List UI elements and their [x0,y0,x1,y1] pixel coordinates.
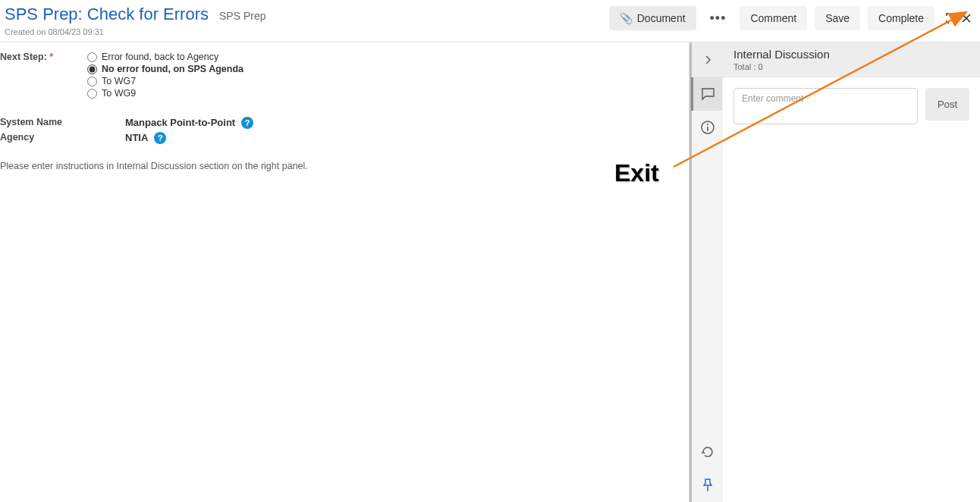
system-name-row: System Name Manpack Point-to-Point ? [0,115,689,130]
title-row: SPS Prep: Check for Errors SPS Prep [5,5,265,24]
more-actions-button[interactable]: ••• [704,8,733,30]
discussion-total: Total : 0 [733,62,969,71]
header-actions: 📎 Document ••• Comment Save Complete [609,5,972,30]
discussion-tab-icon[interactable] [691,77,722,111]
created-on-text: Created on 08/04/23 09:31 [5,27,265,36]
document-button-label: Document [637,12,686,24]
radio-wg9[interactable]: To WG9 [87,88,243,99]
paperclip-icon: 📎 [620,12,633,24]
agency-value: NTIA [125,132,148,143]
radio-error-found-input[interactable] [87,52,97,62]
radio-wg7[interactable]: To WG7 [87,76,243,86]
radio-wg7-label: To WG7 [102,76,136,86]
agency-label: Agency [0,132,125,143]
side-icon-bar [689,42,723,502]
header-bar: SPS Prep: Check for Errors SPS Prep Crea… [0,0,980,42]
agency-info-icon[interactable]: ? [154,132,166,144]
save-button[interactable]: Save [815,6,860,30]
main-area: Next Step: * Error found, back to Agency… [0,42,980,502]
page-subtitle: SPS Prep [219,10,265,22]
window-controls [945,12,972,24]
instructions-text: Please enter instructions in Internal Di… [0,161,689,171]
form-area: Next Step: * Error found, back to Agency… [0,42,689,502]
next-step-label: Next Step: * [0,52,87,62]
next-step-label-text: Next Step: [0,52,47,62]
side-panel: Internal Discussion Total : 0 Post [689,42,980,502]
agency-row: Agency NTIA ? [0,130,689,146]
radio-no-error-label: No error found, on SPS Agenda [102,64,243,74]
comment-input[interactable] [733,88,918,124]
page-title: SPS Prep: Check for Errors [5,5,209,24]
system-name-info-icon[interactable]: ? [241,117,253,129]
post-button[interactable]: Post [925,88,969,121]
collapse-panel-button[interactable] [692,42,723,77]
discussion-body: Post [723,77,980,135]
radio-no-error[interactable]: No error found, on SPS Agenda [87,64,243,74]
refresh-icon[interactable] [692,435,723,469]
radio-no-error-input[interactable] [87,64,97,74]
fullscreen-icon[interactable] [945,12,957,24]
complete-button-label: Complete [878,12,924,24]
discussion-header: Internal Discussion Total : 0 [723,42,980,77]
save-button-label: Save [825,12,850,24]
radio-wg9-input[interactable] [87,89,97,99]
info-tab-icon[interactable] [692,111,723,144]
required-asterisk: * [49,52,53,62]
pin-icon[interactable] [692,469,723,502]
post-button-label: Post [938,99,957,110]
document-button[interactable]: 📎 Document [609,6,696,30]
header-left: SPS Prep: Check for Errors SPS Prep Crea… [5,5,265,36]
complete-button[interactable]: Complete [868,6,934,30]
system-name-value: Manpack Point-to-Point [125,117,235,128]
next-step-radio-list: Error found, back to Agency No error fou… [87,52,243,99]
svg-point-1 [707,124,708,125]
radio-error-found[interactable]: Error found, back to Agency [87,52,243,62]
system-name-label: System Name [0,117,125,127]
close-icon[interactable] [960,12,972,24]
comment-button[interactable]: Comment [740,6,807,30]
next-step-row: Next Step: * Error found, back to Agency… [0,50,689,100]
comment-button-label: Comment [750,12,796,24]
radio-wg7-input[interactable] [87,77,97,86]
side-content: Internal Discussion Total : 0 Post [723,42,980,502]
side-bottom-icons [692,435,723,502]
radio-error-found-label: Error found, back to Agency [102,52,218,62]
radio-wg9-label: To WG9 [102,88,136,99]
discussion-title: Internal Discussion [733,48,969,61]
